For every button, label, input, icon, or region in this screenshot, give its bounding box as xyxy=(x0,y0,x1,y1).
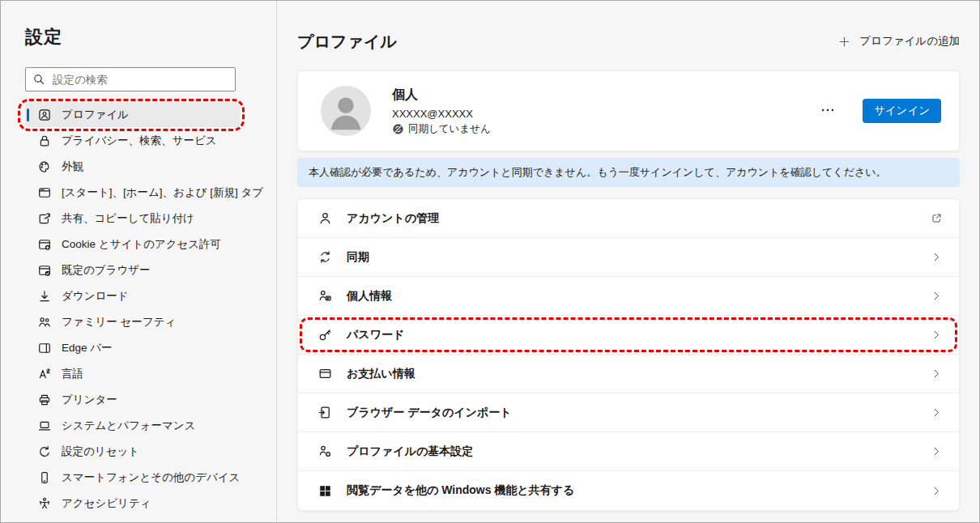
profile-name: 個人 xyxy=(392,87,491,104)
chevron-icon xyxy=(931,290,943,302)
sidebar-title: 設定 xyxy=(25,25,276,49)
settings-row-password[interactable]: パスワード xyxy=(298,316,959,355)
personal-info-icon xyxy=(317,288,333,304)
search-input[interactable] xyxy=(53,74,228,86)
edge-bar-icon xyxy=(37,341,52,355)
settings-row-import[interactable]: ブラウザー データのインポート xyxy=(298,393,959,432)
chevron-icon xyxy=(931,251,943,263)
settings-row-profile-preferences[interactable]: プロファイルの基本設定 xyxy=(298,432,959,471)
share-icon xyxy=(37,211,52,226)
settings-row-label: アカウントの管理 xyxy=(347,211,439,226)
settings-row-label: お支払い情報 xyxy=(347,367,415,381)
sidebar-item-phone[interactable]: スマートフォンとその他のデバイス xyxy=(25,466,240,490)
phone-icon xyxy=(37,470,52,485)
printer-icon xyxy=(37,393,52,407)
reset-icon xyxy=(37,444,52,459)
search-icon xyxy=(32,73,45,86)
chevron-icon xyxy=(931,368,943,380)
appearance-icon xyxy=(37,159,52,174)
payment-icon xyxy=(317,366,333,381)
sidebar-item-download[interactable]: ダウンロード xyxy=(25,284,240,308)
sidebar-item-label: ファミリー セーフティ xyxy=(62,315,176,330)
sidebar-item-label: スマートフォンとその他のデバイス xyxy=(62,470,240,485)
family-icon xyxy=(37,315,52,330)
language-icon xyxy=(37,367,52,381)
privacy-icon xyxy=(37,134,52,148)
sidebar-item-tabs[interactable]: [スタート]、[ホーム]、および [新規] タブ xyxy=(25,181,240,205)
annotation-box xyxy=(18,99,245,131)
chevron-icon xyxy=(931,329,943,341)
sidebar-item-appearance[interactable]: 外観 xyxy=(25,155,240,179)
sidebar-item-label: Cookie とサイトのアクセス許可 xyxy=(62,237,221,252)
sidebar-item-label: 言語 xyxy=(62,367,83,381)
settings-row-windows[interactable]: 閲覧データを他の Windows 機能と共有する xyxy=(298,471,959,510)
sidebar-item-label: Edge バー xyxy=(62,341,113,355)
sync-icon xyxy=(317,249,333,265)
default-browser-icon xyxy=(37,263,52,278)
download-icon xyxy=(37,289,52,304)
settings-row-label: パスワード xyxy=(347,328,404,342)
settings-row-personal-info[interactable]: 個人情報 xyxy=(298,277,959,316)
cookies-icon xyxy=(37,237,52,252)
windows-icon xyxy=(317,483,333,499)
plus-icon xyxy=(837,35,851,49)
settings-row-label: 個人情報 xyxy=(347,289,392,304)
sidebar-item-reset[interactable]: 設定のリセット xyxy=(25,440,240,464)
sidebar-item-language[interactable]: 言語 xyxy=(25,362,240,386)
sidebar-item-label: プライバシー、検索、サービス xyxy=(62,134,217,148)
settings-row-label: 閲覧データを他の Windows 機能と共有する xyxy=(347,483,574,498)
sidebar-item-label: プリンター xyxy=(62,393,117,407)
settings-sidebar: 設定 プロファイルプライバシー、検索、サービス外観[スタート]、[ホーム]、およ… xyxy=(1,1,277,522)
settings-row-sync[interactable]: 同期 xyxy=(298,238,959,277)
password-icon xyxy=(317,327,333,342)
profile-icon xyxy=(37,108,52,122)
chevron-icon xyxy=(931,485,943,497)
sidebar-item-label: 共有、コピーして貼り付け xyxy=(62,211,194,226)
profile-settings-page: プロファイル プロファイルの追加 個人 XXXXX@XXXXX 同期していません xyxy=(277,1,979,522)
accessibility-icon xyxy=(37,496,52,511)
sync-warning-banner: 本人確認が必要であるため、アカウントと同期できません。もう一度サインインして、ア… xyxy=(297,158,960,187)
avatar xyxy=(321,86,371,136)
settings-row-label: プロファイルの基本設定 xyxy=(347,444,473,459)
profile-settings-list: アカウントの管理同期個人情報パスワードお支払い情報ブラウザー データのインポート… xyxy=(297,198,960,511)
sign-in-button[interactable]: サインイン xyxy=(863,99,941,123)
add-profile-label: プロファイルの追加 xyxy=(859,34,960,49)
external-icon xyxy=(931,212,943,224)
selected-accent-bar xyxy=(27,108,29,121)
sidebar-item-label: システムとパフォーマンス xyxy=(62,419,195,433)
sidebar-item-profile[interactable]: プロファイル xyxy=(25,103,240,127)
more-actions-button[interactable] xyxy=(817,100,838,123)
chevron-icon xyxy=(931,406,943,419)
profile-email: XXXXX@XXXXX xyxy=(392,108,491,120)
sidebar-item-accessibility[interactable]: アクセシビリティ xyxy=(25,491,240,516)
sidebar-item-family[interactable]: ファミリー セーフティ xyxy=(25,310,240,334)
sidebar-item-share[interactable]: 共有、コピーして貼り付け xyxy=(25,206,240,231)
settings-search[interactable] xyxy=(25,67,236,91)
sidebar-item-edge-bar[interactable]: Edge バー xyxy=(25,336,240,360)
ellipsis-icon xyxy=(820,103,835,117)
account-icon xyxy=(317,210,333,226)
system-icon xyxy=(37,419,52,433)
profile-card: 個人 XXXXX@XXXXX 同期していません サインイン xyxy=(297,70,960,151)
settings-row-label: ブラウザー データのインポート xyxy=(347,406,512,420)
sidebar-item-printer[interactable]: プリンター xyxy=(25,388,240,412)
sidebar-item-system[interactable]: システムとパフォーマンス xyxy=(25,414,240,438)
sidebar-item-label: アクセシビリティ xyxy=(62,496,151,511)
tabs-icon xyxy=(37,185,52,200)
sidebar-item-label: ダウンロード xyxy=(62,289,129,304)
settings-row-account[interactable]: アカウントの管理 xyxy=(298,199,959,238)
add-profile-button[interactable]: プロファイルの追加 xyxy=(837,34,960,49)
profile-preferences-icon xyxy=(317,444,333,459)
sidebar-item-label: [スタート]、[ホーム]、および [新規] タブ xyxy=(62,185,263,200)
sidebar-item-privacy[interactable]: プライバシー、検索、サービス xyxy=(25,129,240,153)
sidebar-nav: プロファイルプライバシー、検索、サービス外観[スタート]、[ホーム]、および [… xyxy=(25,103,240,516)
sidebar-item-default-browser[interactable]: 既定のブラウザー xyxy=(25,258,240,283)
sidebar-item-label: 設定のリセット xyxy=(62,444,139,459)
settings-row-payment[interactable]: お支払い情報 xyxy=(298,355,959,393)
sync-status-text: 同期していません xyxy=(408,122,491,136)
sidebar-item-cookies[interactable]: Cookie とサイトのアクセス許可 xyxy=(25,232,240,257)
page-title: プロファイル xyxy=(297,31,397,53)
sidebar-item-label: 外観 xyxy=(62,159,83,174)
import-icon xyxy=(317,405,333,420)
sidebar-item-label: 既定のブラウザー xyxy=(62,263,151,278)
